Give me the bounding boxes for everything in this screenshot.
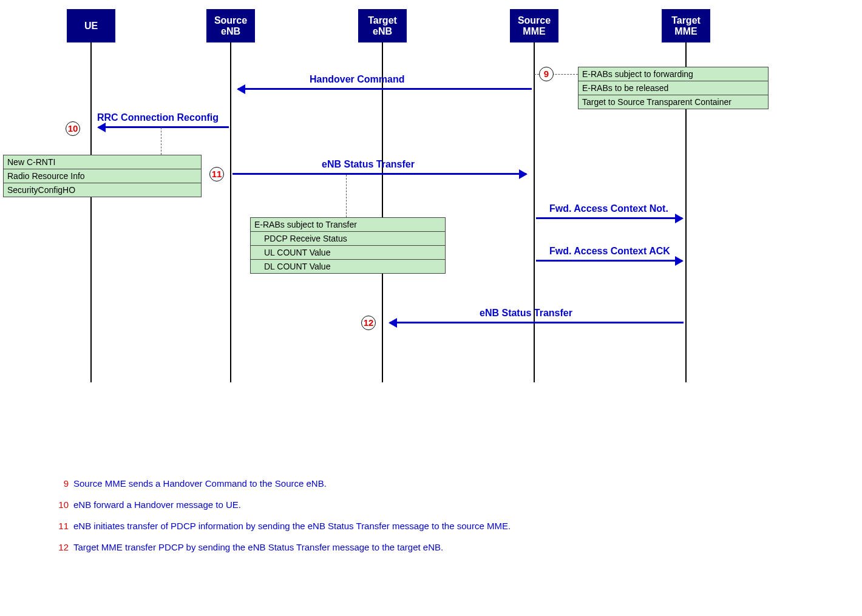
lifeline-tenb [382, 42, 383, 382]
info-box-erabs: E-RABs subject to forwarding E-RABs to b… [578, 67, 769, 109]
box-row: Radio Resource Info [4, 169, 201, 183]
arrow-enb-status-transfer-1 [232, 173, 526, 175]
step-marker-9: 9 [539, 67, 554, 81]
arrow-label: Fwd. Access Context ACK [549, 246, 670, 257]
arrow-fwd-context-not [536, 217, 682, 219]
legend-row: 10eNB forward a Handover message to UE. [53, 499, 511, 510]
arrow-fwd-context-ack [536, 260, 682, 262]
box-row: E-RABs subject to Transfer [251, 218, 445, 232]
box-row: UL COUNT Value [251, 246, 445, 260]
dashed-connector [346, 175, 347, 217]
lifeline-smme [534, 42, 535, 382]
actor-target-mme: Target MME [662, 9, 710, 42]
legend-row: 11eNB initiates transfer of PDCP informa… [53, 521, 511, 531]
arrow-rrc-reconfig [98, 126, 229, 128]
actor-target-enb: Target eNB [358, 9, 407, 42]
arrow-label: Fwd. Access Context Not. [549, 203, 668, 214]
box-row: DL COUNT Value [251, 260, 445, 273]
box-row: E-RABs to be released [579, 81, 768, 95]
step-marker-11: 11 [209, 167, 224, 181]
legend: 9Source MME sends a Handover Command to … [53, 478, 511, 563]
dashed-connector [161, 127, 161, 155]
actor-source-enb: Source eNB [206, 9, 255, 42]
info-box-rrc: New C-RNTI Radio Resource Info SecurityC… [3, 155, 202, 197]
step-marker-12: 12 [361, 316, 376, 330]
lifeline-ue [90, 42, 92, 382]
lifeline-senb [230, 42, 231, 382]
box-row: SecurityConfigHO [4, 183, 201, 197]
arrow-label: eNB Status Transfer [322, 159, 415, 170]
arrow-enb-status-transfer-2 [390, 322, 684, 323]
sequence-diagram: UE Source eNB Target eNB Source MME Targ… [0, 0, 862, 616]
arrow-label: RRC Connection Reconfig [97, 112, 219, 123]
info-box-transfer: E-RABs subject to Transfer PDCP Receive … [250, 217, 446, 274]
actor-source-mme: Source MME [510, 9, 558, 42]
legend-row: 9Source MME sends a Handover Command to … [53, 478, 511, 489]
actor-ue: UE [67, 9, 115, 42]
arrow-handover-command [238, 88, 532, 90]
arrow-label: eNB Status Transfer [480, 308, 572, 319]
box-row: E-RABs subject to forwarding [579, 67, 768, 81]
box-row: PDCP Receive Status [251, 232, 445, 246]
box-row: Target to Source Transparent Container [579, 95, 768, 109]
box-row: New C-RNTI [4, 155, 201, 169]
legend-row: 12Target MME transfer PDCP by sending th… [53, 542, 511, 552]
arrow-label: Handover Command [310, 74, 404, 85]
step-marker-10: 10 [66, 121, 80, 136]
